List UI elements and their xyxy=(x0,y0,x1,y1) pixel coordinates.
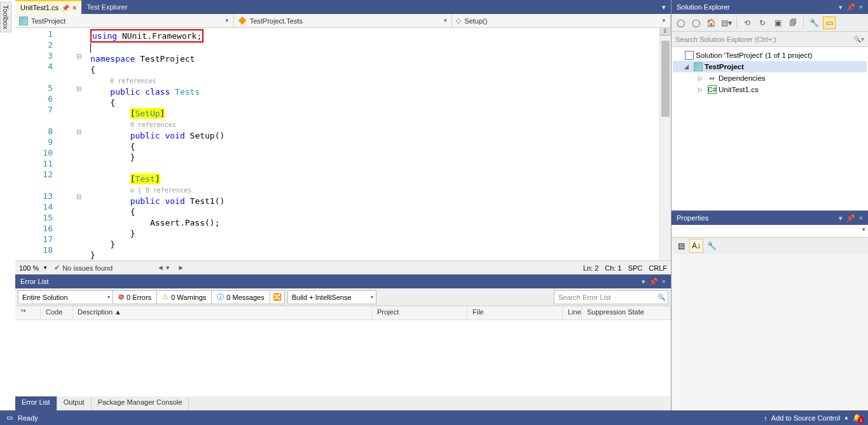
col-suppression[interactable]: Suppression State xyxy=(582,306,671,320)
col-description[interactable]: Description ▲ xyxy=(72,306,372,320)
back-icon[interactable]: ◯ xyxy=(674,17,687,29)
col-file[interactable]: File xyxy=(467,306,563,320)
crumb-method[interactable]: ◇ Setup() ▼ xyxy=(452,14,671,27)
vertical-scrollbar[interactable]: ⇕ xyxy=(659,28,671,260)
error-list-header[interactable]: Error List ▾📌× xyxy=(15,274,671,288)
zoom-control[interactable]: 100 %▼ xyxy=(19,264,48,272)
method-icon: ◇ xyxy=(456,17,461,25)
warnings-filter[interactable]: ⚠0 Warnings xyxy=(156,290,212,304)
solution-icon xyxy=(685,51,694,60)
home-icon[interactable]: 🏠 xyxy=(705,17,717,29)
file-node[interactable]: ▷ C# UnitTest1.cs xyxy=(673,84,867,95)
error-columns[interactable]: ⁷⁴ Code Description ▲ Project File Line … xyxy=(15,306,671,320)
close-icon[interactable]: × xyxy=(859,214,863,222)
solex-search[interactable]: Search Solution Explorer (Ctrl+;) xyxy=(672,32,868,47)
col-project[interactable]: Project xyxy=(372,306,467,320)
solution-tree[interactable]: Solution 'TestProject' (1 of 1 project) … xyxy=(672,47,868,210)
csproj-icon xyxy=(694,62,703,71)
breadcrumb-bar: TestProject ▼ 🔶 TestProject.Tests ▼ ◇ Se… xyxy=(15,14,671,28)
wrench-icon[interactable]: 🔧 xyxy=(705,239,719,253)
line-indicator: Ln: 2 xyxy=(583,264,598,272)
col-code[interactable]: Code xyxy=(41,306,72,320)
expand-icon[interactable]: ◢ xyxy=(684,64,692,70)
document-tabs: UnitTest1.cs 📌 × Test Explorer ▾ xyxy=(15,0,671,14)
refresh-icon[interactable]: ↻ xyxy=(756,17,769,29)
line-ending-indicator[interactable]: CRLF xyxy=(649,264,667,272)
props-grid xyxy=(672,254,868,410)
dropdown-icon[interactable]: ▾ xyxy=(839,214,843,222)
notifications-icon[interactable]: 🔔1 xyxy=(853,414,862,422)
fold-column[interactable]: ⊟ ⊟⊟ ⊟ xyxy=(72,29,85,202)
sync-icon[interactable]: ⟲ xyxy=(741,17,754,29)
code-content[interactable]: using NUnit.Framework; namespace TestPro… xyxy=(72,28,659,260)
chevron-down-icon: ▼ xyxy=(443,18,448,24)
pin-icon[interactable]: 📌 xyxy=(846,3,855,11)
messages-filter[interactable]: ⓘ0 Messages xyxy=(211,290,270,304)
props-object-dropdown[interactable] xyxy=(672,225,868,238)
error-search[interactable]: Search Error List xyxy=(554,290,668,304)
solution-node[interactable]: Solution 'TestProject' (1 of 1 project) xyxy=(673,50,867,61)
code-editor[interactable]: 123 456 789 101112 131415 161718 ⊟ ⊟⊟ ⊟ … xyxy=(15,28,671,260)
pin-icon[interactable]: 📌 xyxy=(62,4,69,11)
tab-error-list[interactable]: Error List xyxy=(15,396,57,410)
filter-button[interactable]: 🔀 xyxy=(270,290,285,304)
chevron-up-icon[interactable]: ▲ xyxy=(844,415,849,421)
health-indicator[interactable]: ✔ No issues found xyxy=(54,264,113,272)
solution-explorer-header[interactable]: Solution Explorer ▾📌× xyxy=(672,0,868,14)
split-icon[interactable]: ⇕ xyxy=(659,28,671,36)
status-bar: ▭ Ready ↑ Add to Source Control ▲ 🔔1 xyxy=(0,410,868,425)
chevron-down-icon: ▼ xyxy=(224,18,230,24)
dropdown-icon[interactable]: ▾ xyxy=(642,278,645,286)
crumb-project[interactable]: TestProject ▼ xyxy=(15,14,234,27)
errors-filter[interactable]: ⊘0 Errors xyxy=(113,290,157,304)
build-dropdown[interactable]: Build + IntelliSense xyxy=(287,290,376,304)
preview-icon[interactable]: ▭ xyxy=(823,17,836,29)
tab-label: UnitTest1.cs xyxy=(20,4,59,11)
collapse-icon[interactable]: ▣ xyxy=(771,17,784,29)
scrollbar-thumb[interactable] xyxy=(661,41,670,117)
class-icon: 🔶 xyxy=(238,17,247,25)
toolbox-tab[interactable]: Toolbox xyxy=(0,2,11,32)
props-toolbar: ▤ A↓ 🔧 xyxy=(672,238,868,254)
switch-view-icon[interactable]: ▤▾ xyxy=(720,17,733,29)
dependencies-node[interactable]: ▷ ▪▪ Dependencies xyxy=(673,72,867,84)
dropdown-icon[interactable]: ▾ xyxy=(839,3,843,11)
csproj-icon xyxy=(19,17,28,25)
show-all-icon[interactable]: 🗐 xyxy=(787,17,799,29)
tab-dropdown[interactable]: ▾ xyxy=(657,0,671,14)
categorized-icon[interactable]: ▤ xyxy=(674,239,688,253)
publish-icon[interactable]: ↑ xyxy=(764,414,768,422)
col-line[interactable]: Line xyxy=(563,306,582,320)
close-icon[interactable]: × xyxy=(859,3,863,11)
error-list-body xyxy=(15,320,671,396)
bottom-tabs: Error List Output Package Manager Consol… xyxy=(15,396,671,410)
status-ready: Ready xyxy=(18,414,38,422)
tab-label: Test Explorer xyxy=(86,3,127,11)
forward-icon[interactable]: ◯ xyxy=(689,17,702,29)
expand-icon[interactable]: ▷ xyxy=(698,86,706,93)
chevron-down-icon: ▼ xyxy=(661,18,666,24)
tab-test-explorer[interactable]: Test Explorer xyxy=(81,0,132,14)
scope-dropdown[interactable]: Entire Solution xyxy=(18,290,113,304)
col-icon[interactable]: ⁷⁴ xyxy=(15,306,41,320)
tab-pmc[interactable]: Package Manager Console xyxy=(92,396,189,410)
editor-status-bar: 100 %▼ ✔ No issues found ◄ ▾ ► Ln: 2 Ch:… xyxy=(15,260,671,274)
tab-unittest1[interactable]: UnitTest1.cs 📌 × xyxy=(15,0,81,14)
close-icon[interactable]: × xyxy=(662,278,666,286)
properties-icon[interactable]: 🔧 xyxy=(808,17,820,29)
window-chrome-icon[interactable]: ▭ xyxy=(6,414,13,422)
crumb-class[interactable]: 🔶 TestProject.Tests ▼ xyxy=(234,14,453,27)
spaces-indicator[interactable]: SPC xyxy=(628,264,643,272)
properties-header[interactable]: Properties ▾📌× xyxy=(672,211,868,225)
tab-output[interactable]: Output xyxy=(57,396,92,410)
expand-icon[interactable]: ▷ xyxy=(698,75,706,81)
alphabetical-icon[interactable]: A↓ xyxy=(689,239,703,253)
source-control-button[interactable]: Add to Source Control xyxy=(771,414,840,422)
error-list-toolbar: Entire Solution ⊘0 Errors ⚠0 Warnings ⓘ0… xyxy=(15,288,671,306)
nav-buttons[interactable]: ◄ ▾ ► xyxy=(157,264,184,272)
pin-icon[interactable]: 📌 xyxy=(846,214,855,222)
close-icon[interactable]: × xyxy=(72,4,76,11)
pin-icon[interactable]: 📌 xyxy=(649,278,658,286)
project-node[interactable]: ◢ TestProject xyxy=(673,61,867,72)
dependencies-icon: ▪▪ xyxy=(708,74,717,83)
